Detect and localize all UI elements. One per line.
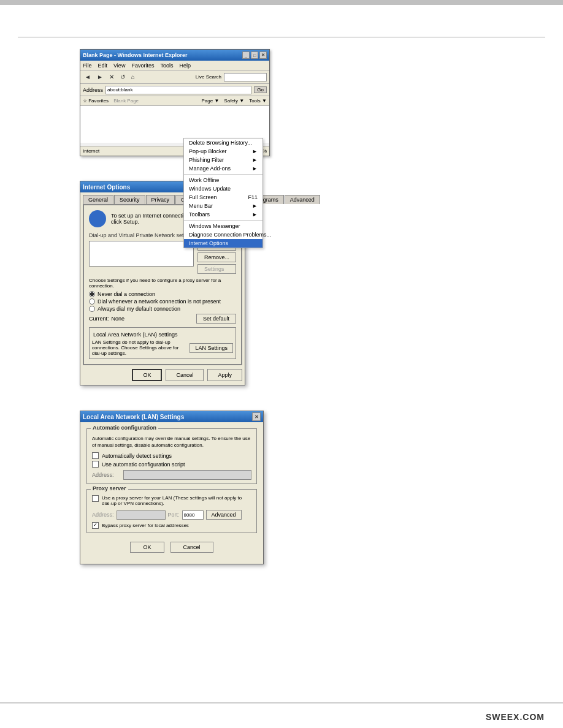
ie-links-bar: ☆ Favorites Blank Page Page ▼ Safety ▼ T… xyxy=(80,96,269,106)
script-address-row: Address: xyxy=(92,470,251,480)
lan-cancel-button[interactable]: Cancel xyxy=(170,542,213,553)
ie-search-input[interactable] xyxy=(224,73,267,82)
ie-dropdown-windows-messenger[interactable]: Windows Messenger xyxy=(184,222,262,230)
proxy-addr-label: Address: xyxy=(92,512,114,518)
tab-general[interactable]: General xyxy=(83,195,113,204)
ie-forward-button[interactable]: ► xyxy=(95,74,105,80)
lan-section: Local Area Network (LAN) settings LAN Se… xyxy=(89,327,236,359)
bypass-label: Bypass proxy server for local addresses xyxy=(102,523,189,528)
ie-safety-btn[interactable]: Safety ▼ xyxy=(224,98,244,104)
proxy-choose-text: Choose Settings if you need to configure… xyxy=(89,278,236,289)
settings-button[interactable]: Settings xyxy=(197,264,236,274)
ie-title-text: Blank Page - Windows Internet Explorer xyxy=(83,52,242,58)
ie-dropdown-popup-blocker[interactable]: Pop-up Blocker ► xyxy=(184,147,262,156)
radio-dial-when-needed-btn[interactable] xyxy=(89,298,95,305)
radio-dial-when-needed[interactable]: Dial whenever a network connection is no… xyxy=(89,298,236,305)
radio-never-dial-btn[interactable] xyxy=(89,291,95,297)
auto-detect-checkbox[interactable] xyxy=(92,452,99,459)
radio-never-dial[interactable]: Never dial a connection xyxy=(89,291,236,297)
proxy-addr-row: Address: Port: Advanced xyxy=(92,510,251,520)
tab-advanced[interactable]: Advanced xyxy=(285,195,320,204)
lan-settings-button[interactable]: LAN Settings xyxy=(190,343,233,353)
ie-menu-file[interactable]: File xyxy=(83,63,92,69)
auto-config-desc: Automatic configuration may override man… xyxy=(92,435,251,449)
ie-stop-button[interactable]: ✕ xyxy=(107,74,116,80)
lan-dialog-title: Local Area Network (LAN) Settings xyxy=(83,414,252,420)
current-row: Current: None Set default xyxy=(89,314,236,324)
internet-options-bottom-btns: OK Cancel Apply xyxy=(80,365,245,385)
proxy-server-group: Proxy server Use a proxy server for your… xyxy=(86,489,257,533)
ie-dropdown-menu-bar[interactable]: Menu Bar ► xyxy=(184,202,262,210)
ie-dropdown-sep2 xyxy=(184,220,262,221)
lan-dialog-close-btn[interactable]: ✕ xyxy=(252,412,261,421)
script-address-input[interactable] xyxy=(123,470,251,480)
tab-privacy[interactable]: Privacy xyxy=(146,195,175,204)
current-label: Current: xyxy=(89,316,109,322)
cancel-button[interactable]: Cancel xyxy=(166,369,204,381)
lan-dialog-content: Automatic configuration Automatic config… xyxy=(80,422,263,564)
ie-blank-page-link[interactable]: Blank Page xyxy=(113,98,139,104)
auto-detect-row[interactable]: Automatically detect settings xyxy=(92,452,251,459)
ie-maximize-button[interactable]: □ xyxy=(251,51,258,59)
ie-page-btn[interactable]: Page ▼ xyxy=(202,98,220,104)
ie-favorites-btn[interactable]: ☆ Favorites xyxy=(83,98,109,104)
proxy-checkbox[interactable] xyxy=(92,495,99,502)
ie-dropdown-manage-addons[interactable]: Manage Add-ons ► xyxy=(184,164,262,173)
ie-dropdown-internet-options[interactable]: Internet Options xyxy=(184,239,262,248)
ie-status-left: Internet xyxy=(83,148,99,154)
ie-dropdown-windows-update[interactable]: Windows Update xyxy=(184,184,262,193)
ie-dropdown-phishing[interactable]: Phishing Filter ► xyxy=(184,156,262,164)
top-divider xyxy=(18,37,545,37)
proxy-server-title: Proxy server xyxy=(91,485,128,491)
proxy-addr-input[interactable] xyxy=(117,510,166,520)
lan-ok-button[interactable]: OK xyxy=(130,542,164,553)
ok-button[interactable]: OK xyxy=(132,369,162,381)
radio-always-dial[interactable]: Always dial my default connection xyxy=(89,306,236,312)
ie-back-button[interactable]: ◄ xyxy=(83,74,93,80)
auto-detect-label: Automatically detect settings xyxy=(102,453,172,459)
ie-menu-tools[interactable]: Tools xyxy=(160,63,173,69)
auto-config-title: Automatic configuration xyxy=(91,425,158,431)
ie-dropdown-diagnose[interactable]: Diagnose Connection Problems... xyxy=(184,230,262,239)
bypass-checkbox[interactable] xyxy=(92,522,99,529)
radio-never-dial-label: Never dial a connection xyxy=(98,291,155,297)
ie-close-button[interactable]: ✕ xyxy=(259,51,267,59)
lan-section-title: Local Area Network (LAN) settings xyxy=(92,332,179,338)
ie-minimize-button[interactable]: _ xyxy=(242,51,250,59)
vpn-list[interactable] xyxy=(89,241,194,267)
ie-dropdown-full-screen[interactable]: Full Screen F11 xyxy=(184,193,262,202)
ie-go-button[interactable]: Go xyxy=(254,86,267,93)
set-default-button[interactable]: Set default xyxy=(196,314,236,324)
ie-menu-view[interactable]: View xyxy=(113,63,125,69)
ie-dropdown-toolbars[interactable]: Toolbars ► xyxy=(184,210,262,219)
tab-security[interactable]: Security xyxy=(114,195,145,204)
ie-toolbar: ◄ ► ✕ ↺ ⌂ Live Search xyxy=(80,70,269,84)
radio-always-dial-btn[interactable] xyxy=(89,306,95,312)
auto-config-group: Automatic configuration Automatic config… xyxy=(86,428,257,484)
use-script-row[interactable]: Use automatic configuration script xyxy=(92,461,251,468)
radio-dial-when-needed-label: Dial whenever a network connection is no… xyxy=(98,298,221,305)
ie-menu-help[interactable]: Help xyxy=(179,63,191,69)
ie-menubar: File Edit View Favorites Tools Help xyxy=(80,61,269,70)
bottom-line xyxy=(0,702,563,703)
ie-home-button[interactable]: ⌂ xyxy=(129,74,137,80)
remove-button[interactable]: Remove... xyxy=(197,252,236,262)
proxy-checkbox-row[interactable]: Use a proxy server for your LAN (These s… xyxy=(92,495,251,506)
port-input[interactable] xyxy=(182,510,204,520)
sweex-logo: SWEEX.COM xyxy=(486,712,545,722)
ie-menu-favorites[interactable]: Favorites xyxy=(131,63,154,69)
ie-menu-edit[interactable]: Edit xyxy=(98,63,108,69)
ie-dropdown-work-offline[interactable]: Work Offline xyxy=(184,176,262,184)
apply-button[interactable]: Apply xyxy=(207,369,242,381)
address-label: Address: xyxy=(92,472,120,478)
ie-content-area: Delete Browsing History... Pop-up Blocke… xyxy=(80,106,269,143)
radio-always-dial-label: Always dial my default connection xyxy=(98,306,180,312)
advanced-button[interactable]: Advanced xyxy=(206,510,242,520)
ie-dropdown-delete-browsing[interactable]: Delete Browsing History... xyxy=(184,138,262,147)
ie-refresh-button[interactable]: ↺ xyxy=(118,74,127,80)
use-script-checkbox[interactable] xyxy=(92,461,99,468)
ie-tools-btn[interactable]: Tools ▼ xyxy=(249,98,267,104)
ie-titlebar: Blank Page - Windows Internet Explorer _… xyxy=(80,50,269,61)
ie-address-input[interactable] xyxy=(105,86,251,94)
top-bar xyxy=(0,0,563,5)
